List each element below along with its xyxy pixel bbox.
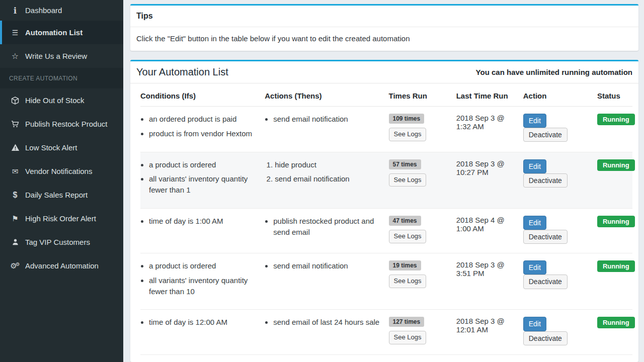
times-run-badge: 57 times xyxy=(389,159,421,169)
column-header-action: Action xyxy=(523,83,597,107)
main-content: Tips Click the "Edit" button in the tabl… xyxy=(123,0,644,362)
unlimited-note: You can have unlimited running automatio… xyxy=(476,68,632,76)
automation-row: time of day is 1:00 AM publish restocked… xyxy=(140,208,632,253)
automation-list-card: Your Automation List You can have unlimi… xyxy=(130,60,638,362)
sidebar-item-automation-list[interactable]: ☰ Automation List xyxy=(0,21,123,44)
conditions-cell: a product is orderedall variants' invent… xyxy=(140,253,265,310)
sidebar-section-create-automation: CREATE AUTOMATION xyxy=(0,68,123,88)
see-logs-button[interactable]: See Logs xyxy=(389,173,427,187)
times-run-badge: 127 times xyxy=(389,317,425,327)
actions-cell: send email of last 24 hours sale xyxy=(265,310,388,354)
action-cell: EditDeactivate xyxy=(523,310,597,354)
actions-cell: send email notification xyxy=(265,253,388,310)
column-header-status: Status xyxy=(597,83,632,107)
automation-row: a product is orderedall variants' invent… xyxy=(140,152,632,208)
star-icon: ☆ xyxy=(9,51,21,61)
sidebar-item-low-stock-alert[interactable]: Low Stock Alert xyxy=(0,136,123,159)
actions-cell: tag customer with VIP xyxy=(265,354,388,362)
status-cell: Running xyxy=(597,152,632,208)
status-cell: Running xyxy=(597,107,632,152)
sidebar-item-high-risk-order-alert[interactable]: ⚑ High Risk Order Alert xyxy=(0,207,123,230)
actions-cell: publish restocked product and send email xyxy=(265,208,388,253)
last-time-run-cell: 2018 Sep 3 @ 11:08 PM xyxy=(456,354,523,362)
sidebar-item-label: Write Us a Review xyxy=(25,52,87,60)
see-logs-button[interactable]: See Logs xyxy=(389,230,427,243)
times-run-badge: 47 times xyxy=(389,216,421,226)
sidebar-item-label: Low Stock Alert xyxy=(25,143,77,152)
times-run-cell: 47 times See Logs xyxy=(389,208,456,253)
status-badge: Running xyxy=(597,260,635,272)
dollar-icon: $ xyxy=(9,191,21,200)
times-run-cell: 109 times See Logs xyxy=(389,107,456,152)
actions-cell: hide productsend email notification xyxy=(265,152,388,208)
flag-icon: ⚑ xyxy=(9,214,21,223)
action-cell: EditDeactivate xyxy=(523,107,597,152)
conditions-cell: a product is orderedall variants' invent… xyxy=(140,152,265,208)
sidebar-nav: i Dashboard ☰ Automation List ☆ Write Us… xyxy=(0,0,123,362)
deactivate-button[interactable]: Deactivate xyxy=(523,275,568,289)
tips-title: Tips xyxy=(130,6,638,27)
conditions-cell: time of day is 1:00 AM xyxy=(140,208,265,253)
list-icon: ☰ xyxy=(9,29,21,37)
automation-row: time of day is 12:00 AM send email of la… xyxy=(140,310,632,354)
column-header-conditions: Conditions (Ifs) xyxy=(140,83,265,107)
times-run-cell: 57 times See Logs xyxy=(389,152,456,208)
warning-icon xyxy=(9,143,21,152)
sidebar-item-label: Tag VIP Customers xyxy=(25,238,90,246)
sidebar-item-label: Vendor Notifications xyxy=(25,167,92,175)
sidebar-item-label: Advanced Automation xyxy=(25,261,99,270)
column-header-actions: Actions (Thens) xyxy=(265,83,388,107)
deactivate-button[interactable]: Deactivate xyxy=(523,230,568,244)
column-header-last-time-run: Last Time Run xyxy=(456,83,523,107)
sidebar-item-advanced-automation[interactable]: ⚙⚙ Advanced Automation xyxy=(0,254,123,278)
edit-button[interactable]: Edit xyxy=(523,317,546,331)
status-cell: Running xyxy=(597,354,632,362)
times-run-cell: 163 times See Logs xyxy=(389,354,456,362)
status-cell: Running xyxy=(597,208,632,253)
automation-row: a customer has made an ordercustomer lif… xyxy=(140,354,632,362)
sidebar-item-daily-sales-report[interactable]: $ Daily Sales Report xyxy=(0,183,123,207)
automation-table: Conditions (Ifs) Actions (Thens) Times R… xyxy=(140,83,632,362)
sidebar-item-hide-out-of-stock[interactable]: Hide Out of Stock xyxy=(0,88,123,112)
see-logs-button[interactable]: See Logs xyxy=(389,128,427,141)
times-run-badge: 109 times xyxy=(389,114,425,124)
deactivate-button[interactable]: Deactivate xyxy=(523,331,568,345)
sidebar-item-write-us-a-review[interactable]: ☆ Write Us a Review xyxy=(0,44,123,68)
user-icon xyxy=(9,238,21,246)
deactivate-button[interactable]: Deactivate xyxy=(523,128,568,142)
action-cell: EditDeactivate xyxy=(523,152,597,208)
times-run-cell: 19 times See Logs xyxy=(389,253,456,310)
automation-row: an ordered product is paidproduct is fro… xyxy=(140,107,632,152)
see-logs-button[interactable]: See Logs xyxy=(389,331,427,344)
edit-button[interactable]: Edit xyxy=(523,260,546,275)
status-badge: Running xyxy=(597,216,635,227)
last-time-run-cell: 2018 Sep 3 @ 3:51 PM xyxy=(456,253,523,310)
action-cell: EditDeactivate xyxy=(523,253,597,310)
info-icon: i xyxy=(9,6,21,16)
conditions-cell: an ordered product is paidproduct is fro… xyxy=(140,107,265,152)
times-run-cell: 127 times See Logs xyxy=(389,310,456,354)
sidebar-item-label: High Risk Order Alert xyxy=(25,214,96,223)
status-badge: Running xyxy=(597,317,635,328)
sidebar-item-label: Publish Restock Product xyxy=(25,120,107,128)
edit-button[interactable]: Edit xyxy=(523,114,546,128)
automation-table-body: an ordered product is paidproduct is fro… xyxy=(140,107,632,362)
sidebar-item-dashboard[interactable]: i Dashboard xyxy=(0,0,123,21)
sidebar-item-tag-vip-customers[interactable]: Tag VIP Customers xyxy=(0,230,123,254)
edit-button[interactable]: Edit xyxy=(523,216,546,230)
edit-button[interactable]: Edit xyxy=(523,159,546,173)
sidebar-item-label: Hide Out of Stock xyxy=(25,96,85,105)
status-cell: Running xyxy=(597,310,632,354)
automation-table-wrap: Conditions (Ifs) Actions (Thens) Times R… xyxy=(130,83,638,362)
deactivate-button[interactable]: Deactivate xyxy=(523,173,568,188)
sidebar-item-publish-restock-product[interactable]: Publish Restock Product xyxy=(0,112,123,136)
envelope-icon: ✉ xyxy=(9,167,21,176)
sidebar-item-vendor-notifications[interactable]: ✉ Vendor Notifications xyxy=(0,159,123,183)
status-cell: Running xyxy=(597,253,632,310)
column-header-times-run: Times Run xyxy=(389,83,456,107)
status-badge: Running xyxy=(597,114,635,125)
see-logs-button[interactable]: See Logs xyxy=(389,275,427,288)
sidebar-item-label: Automation List xyxy=(25,28,83,37)
last-time-run-cell: 2018 Sep 4 @ 1:00 AM xyxy=(456,208,523,253)
times-run-badge: 19 times xyxy=(389,260,421,270)
